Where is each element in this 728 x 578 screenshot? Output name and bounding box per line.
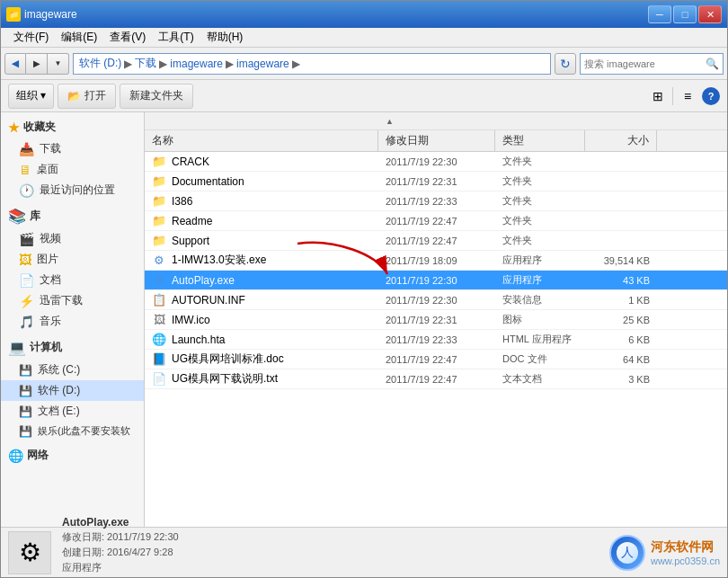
path-segment-1[interactable]: 软件 (D:) [79,56,121,71]
sidebar-item-video[interactable]: 🎬 视频 [1,228,144,249]
file-type-icon: 📘 [152,352,166,367]
menu-view[interactable]: 查看(V) [104,28,151,47]
file-type-icon: 🖼 [152,313,166,327]
file-cell-size [585,211,657,230]
table-row[interactable]: 📁 I386 2011/7/19 22:33 文件夹 [145,191,727,211]
file-type-icon: 📁 [152,155,166,169]
table-row[interactable]: 🌐 Launch.hta 2011/7/19 22:33 HTML 应用程序 6… [145,330,727,350]
sidebar-item-music[interactable]: 🎵 音乐 [1,311,144,332]
minimize-button[interactable]: ─ [648,5,671,23]
search-icon[interactable]: 🔍 [706,58,719,70]
computer-header[interactable]: 💻 计算机 [1,335,144,360]
menu-file[interactable]: 文件(F) [8,28,54,47]
col-header-date[interactable]: 修改日期 [378,130,495,151]
file-type-icon: ⚙ [152,253,166,268]
table-row[interactable]: 🖼 IMW.ico 2011/7/19 22:31 图标 25 KB [145,310,727,330]
sidebar-download-label: 下载 [40,141,61,156]
path-segment-4[interactable]: imageware [236,58,289,70]
sidebar-item-docs[interactable]: 📄 文档 [1,270,144,290]
table-row[interactable]: 📁 Documentation 2011/7/19 22:31 文件夹 [145,172,727,191]
sidebar-item-drive-ent[interactable]: 💾 娱乐(此盘不要安装软 [1,422,144,440]
title-bar: 📁 imageware ─ □ ✕ [1,1,727,28]
sidebar-item-drive-d[interactable]: 💾 软件 (D:) [1,380,144,401]
file-cell-type: 图标 [495,310,585,329]
menu-tools[interactable]: 工具(T) [153,28,199,47]
forward-button[interactable]: ▶ [26,53,48,75]
star-icon: ★ [8,120,20,135]
table-row[interactable]: 📄 UG模具网下载说明.txt 2011/7/19 22:47 文本文档 3 K… [145,369,727,389]
file-cell-type: 文件夹 [495,172,585,191]
sidebar-video-label: 视频 [40,231,61,246]
open-button[interactable]: 📂 打开 [58,84,116,109]
path-segment-2[interactable]: 下载 [135,56,156,71]
table-row[interactable]: 📁 Support 2011/7/19 22:47 文件夹 [145,231,727,251]
file-cell-name: 📁 Support [145,231,378,250]
sidebar-item-pictures[interactable]: 🖼 图片 [1,249,144,270]
status-file-icon: ⚙ [19,538,41,567]
docs-icon: 📄 [19,273,34,288]
logo-circle: 人 [609,535,645,571]
file-type-icon: ⚙ [152,273,166,288]
file-cell-date: 2011/7/19 22:31 [378,310,495,329]
file-cell-type: 文本文档 [495,369,585,388]
menu-edit[interactable]: 编辑(E) [56,28,102,47]
view-toggle-button[interactable]: ⊞ [647,85,669,107]
sidebar-item-thunder[interactable]: ⚡ 迅雷下载 [1,290,144,311]
close-button[interactable]: ✕ [698,5,722,23]
sidebar-item-drive-e[interactable]: 💾 文档 (E:) [1,401,144,422]
col-header-size[interactable]: 大小 [585,130,657,151]
table-row[interactable]: 📁 CRACK 2011/7/19 22:30 文件夹 [145,152,727,172]
sidebar-item-drive-c[interactable]: 💾 系统 (C:) [1,360,144,380]
status-bar: ⚙ AutoPlay.exe 修改日期: 2011/7/19 22:30 创建日… [1,527,727,577]
main-window: 📁 imageware ─ □ ✕ 文件(F) 编辑(E) 查看(V) 工具(T… [0,0,728,578]
refresh-button[interactable]: ↻ [555,53,576,75]
drive-e-icon: 💾 [19,405,32,418]
address-path[interactable]: 软件 (D:) ▶ 下载 ▶ imageware ▶ imageware ▶ [73,53,551,75]
file-cell-size [585,172,657,191]
table-row[interactable]: 📋 AUTORUN.INF 2011/7/19 22:30 安装信息 1 KB [145,290,727,310]
col-header-name[interactable]: 名称 [145,130,378,151]
library-icon: 📚 [8,208,26,225]
help-button[interactable]: ? [702,87,720,105]
sidebar-item-recent[interactable]: 🕐 最近访问的位置 [1,180,144,200]
file-type-icon: 📋 [152,293,166,307]
favorites-label: 收藏夹 [23,120,56,135]
file-cell-size: 43 KB [585,271,657,289]
file-name: UG模具网下载说明.txt [172,371,278,387]
up-button[interactable]: ▼ [48,53,69,75]
back-button[interactable]: ◀ [4,53,26,75]
file-cell-size: 64 KB [585,350,657,369]
menu-help[interactable]: 帮助(H) [201,28,249,47]
logo-inner-icon: 人 [621,545,634,561]
file-cell-size: 39,514 KB [585,251,657,270]
pictures-icon: 🖼 [19,253,31,267]
organize-button[interactable]: 组织 ▾ [8,84,54,109]
library-header[interactable]: 📚 库 [1,204,144,228]
sidebar-item-download[interactable]: 📥 下载 [1,138,144,159]
table-row[interactable]: 📘 UG模具网培训标准.doc 2011/7/19 22:47 DOC 文件 6… [145,350,727,369]
network-header[interactable]: 🌐 网络 [1,444,144,467]
file-cell-size: 25 KB [585,310,657,329]
file-cell-type: 文件夹 [495,211,585,230]
logo-main-text: 河东软件网 [651,539,720,556]
file-cell-date: 2011/7/19 22:33 [378,330,495,349]
favorites-header[interactable]: ★ 收藏夹 [1,116,144,138]
file-cell-size: 6 KB [585,330,657,349]
details-view-button[interactable]: ≡ [677,85,698,107]
table-row[interactable]: ⚙ 1-IMW13.0安装.exe 2011/7/19 18:09 应用程序 3… [145,251,727,271]
search-input[interactable] [584,58,704,69]
computer-section: 💻 计算机 💾 系统 (C:) 💾 软件 (D:) 💾 文档 (E:) 💾 [1,335,144,440]
logo-url-text: www.pc0359.cn [651,556,720,566]
table-row[interactable]: 📁 Readme 2011/7/19 22:47 文件夹 [145,211,727,231]
new-folder-button[interactable]: 新建文件夹 [120,84,193,109]
maximize-button[interactable]: □ [673,5,697,23]
window-title: imageware [24,8,77,21]
file-cell-date: 2011/7/19 22:31 [378,172,495,191]
table-row[interactable]: ⚙ AutoPlay.exe 2011/7/19 22:30 应用程序 43 K… [145,271,727,290]
file-cell-type: 文件夹 [495,191,585,210]
file-type-icon: 📄 [152,372,166,387]
col-header-type[interactable]: 类型 [495,130,585,151]
file-cell-name: ⚙ 1-IMW13.0安装.exe [145,251,378,270]
path-segment-3[interactable]: imageware [170,58,223,70]
sidebar-item-desktop[interactable]: 🖥 桌面 [1,159,144,180]
